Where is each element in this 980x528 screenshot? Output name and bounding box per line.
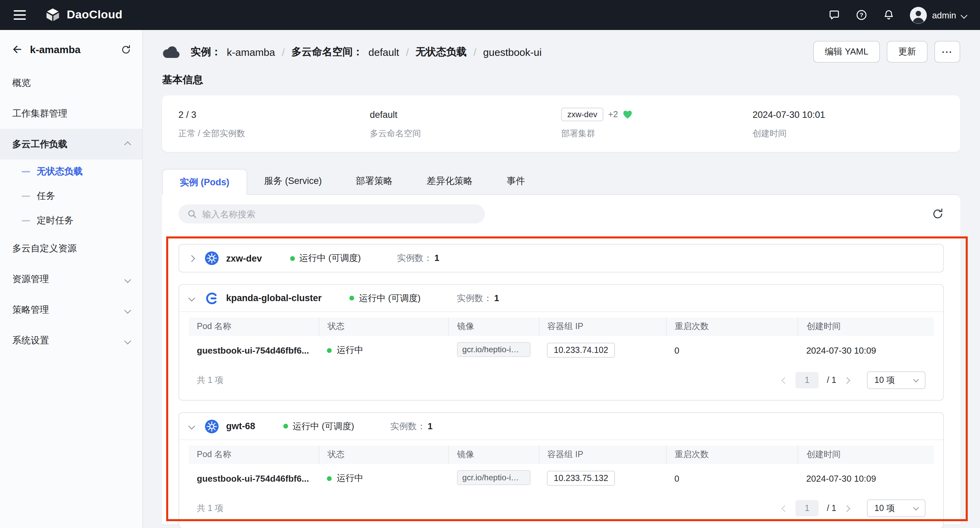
cluster-header[interactable]: kpanda-global-cluster 运行中 (可调度) 实例数：1 (179, 285, 943, 312)
sidebar-item-stateless[interactable]: 无状态负载 (0, 160, 142, 184)
pod-count-value: 1 (434, 253, 439, 263)
cluster-panel-gwt-68: gwt-68 运行中 (可调度) 实例数：1 (178, 412, 944, 528)
replicas-label: 正常 / 全部实例数 (178, 128, 370, 140)
more-actions-button[interactable]: ··· (934, 41, 960, 63)
hamburger-menu-icon[interactable] (14, 10, 26, 20)
clusters-label: 部署集群 (561, 128, 752, 140)
table-header-row: Pod 名称 状态 镜像 容器组 IP 重启次数 创建时间 (189, 445, 934, 464)
breadcrumb-separator: / (281, 46, 286, 57)
pagination: 1 / 1 10 项 (783, 499, 926, 517)
tab-deploy-policy[interactable]: 部署策略 (339, 168, 410, 194)
sidebar-item-overview[interactable]: 概览 (0, 67, 142, 98)
chevron-down-icon[interactable] (189, 296, 197, 300)
prev-page-icon[interactable] (783, 378, 787, 383)
pod-count-label: 实例数： (390, 421, 426, 431)
sidebar-item-cluster-mgmt[interactable]: 工作集群管理 (0, 98, 142, 129)
image-chip[interactable]: gcr.io/heptio-imag... (457, 470, 531, 485)
status-dot (327, 348, 332, 353)
breadcrumb-current: guestbook-ui (483, 46, 542, 57)
page-size-select[interactable]: 10 项 (867, 499, 926, 517)
status-dot (283, 424, 288, 429)
table-row[interactable]: guestbook-ui-754d46fbf6... 运行中 gcr.io/he… (189, 336, 934, 364)
switch-cluster-icon[interactable] (121, 44, 131, 55)
user-name: admin (932, 10, 956, 20)
pod-name-cell[interactable]: guestbook-ui-754d46fbf6... (189, 464, 319, 493)
col-restarts: 重启次数 (666, 317, 798, 336)
tab-diff-policy[interactable]: 差异化策略 (410, 168, 490, 194)
breadcrumb-namespace-value[interactable]: default (368, 46, 399, 57)
brand-name: DaoCloud (67, 8, 123, 22)
search-input[interactable] (202, 209, 476, 219)
pod-count: 实例数：1 (390, 420, 433, 432)
brand-logo[interactable]: DaoCloud (45, 7, 123, 23)
page-number-input[interactable]: 1 (795, 500, 819, 517)
image-chip[interactable]: gcr.io/heptio-imag... (457, 342, 531, 357)
update-button[interactable]: 更新 (887, 41, 928, 63)
message-icon[interactable] (828, 9, 840, 21)
created-label: 创建时间 (752, 128, 944, 140)
pod-created-cell: 2024-07-30 10:09 (798, 464, 934, 493)
namespace-value: default (370, 108, 561, 121)
sidebar-item-label: 资源管理 (12, 273, 49, 285)
pods-table-wrap: Pod 名称 状态 镜像 容器组 IP 重启次数 创建时间 (179, 440, 943, 528)
table-header-row: Pod 名称 状态 镜像 容器组 IP 重启次数 创建时间 (189, 317, 934, 336)
sidebar-item-workloads-group[interactable]: 多云工作负载 (0, 129, 142, 160)
col-pod-ip: 容器组 IP (539, 317, 666, 336)
sidebar-item-resource-mgmt[interactable]: 资源管理 (0, 264, 142, 294)
sidebar-item-custom-resources[interactable]: 多云自定义资源 (0, 233, 142, 264)
tab-pods[interactable]: 实例 (Pods) (162, 169, 247, 195)
pod-count-value: 1 (428, 421, 433, 431)
prev-page-icon[interactable] (783, 506, 787, 510)
header-actions: 编辑 YAML 更新 ··· (813, 41, 960, 63)
total-count: 共 1 项 (197, 374, 223, 386)
breadcrumb-separator: / (404, 46, 410, 57)
chevron-right-icon[interactable] (189, 256, 197, 261)
pod-name-cell[interactable]: guestbook-ui-754d46fbf6... (189, 336, 319, 364)
refresh-icon[interactable] (932, 208, 944, 220)
cluster-chip[interactable]: zxw-dev (561, 108, 603, 121)
topbar-right: ? admin (828, 6, 966, 24)
chevron-down-icon (125, 274, 130, 284)
avatar (910, 6, 926, 24)
breadcrumb-workload-type[interactable]: 无状态负载 (416, 45, 467, 58)
tab-events[interactable]: 事件 (490, 168, 542, 194)
edit-yaml-button[interactable]: 编辑 YAML (813, 41, 880, 63)
info-namespace: default 多云命名空间 (370, 108, 561, 140)
breadcrumb-namespace-label: 多云命名空间： (291, 45, 363, 58)
cluster-extra-count[interactable]: +2 (608, 110, 618, 119)
help-icon[interactable]: ? (855, 9, 867, 21)
next-page-icon[interactable] (845, 378, 849, 383)
sidebar: k-amamba 概览 工作集群管理 多云工作负载 无状态负载 任 (0, 30, 143, 528)
sidebar-item-policy-mgmt[interactable]: 策略管理 (0, 294, 142, 325)
status-text: 运行中 (337, 344, 363, 356)
namespace-label: 多云命名空间 (370, 128, 561, 140)
cluster-status: 运行中 (可调度) (350, 292, 421, 304)
next-page-icon[interactable] (845, 506, 849, 510)
page-size-select[interactable]: 10 项 (867, 371, 926, 389)
info-clusters: zxw-dev +2 部署集群 (561, 108, 752, 140)
ip-chip[interactable]: 10.233.75.132 (547, 471, 615, 486)
notification-bell-icon[interactable] (882, 9, 894, 21)
breadcrumb-instance-value[interactable]: k-amamba (227, 46, 275, 57)
user-menu[interactable]: admin (910, 6, 966, 24)
chevron-down-icon (125, 305, 130, 315)
pod-ip-cell: 10.233.74.102 (539, 336, 666, 364)
col-pod-name: Pod 名称 (189, 317, 319, 336)
chevron-down-icon[interactable] (189, 424, 197, 429)
cluster-header[interactable]: gwt-68 运行中 (可调度) 实例数：1 (179, 413, 943, 440)
table-row[interactable]: guestbook-ui-754d46fbf6... 运行中 gcr.io/he… (189, 464, 934, 493)
cluster-header[interactable]: zxw-dev 运行中 (可调度) 实例数：1 (179, 244, 943, 272)
page-total: / 1 (827, 504, 836, 513)
created-value: 2024-07-30 10:01 (752, 108, 944, 121)
search-row (162, 195, 960, 233)
sidebar-item-jobs[interactable]: 任务 (0, 184, 142, 209)
status-text: 运行中 (可调度) (293, 420, 355, 432)
tab-service[interactable]: 服务 (Service) (247, 168, 339, 194)
breadcrumb: 实例： k-amamba / 多云命名空间： default / 无状态负载 /… (191, 45, 542, 58)
ip-chip[interactable]: 10.233.74.102 (547, 343, 615, 358)
search-icon (187, 209, 197, 219)
sidebar-item-system-settings[interactable]: 系统设置 (0, 325, 142, 356)
sidebar-item-cronjobs[interactable]: 定时任务 (0, 209, 142, 233)
page-number-input[interactable]: 1 (795, 372, 819, 388)
back-arrow-icon[interactable] (11, 44, 22, 55)
